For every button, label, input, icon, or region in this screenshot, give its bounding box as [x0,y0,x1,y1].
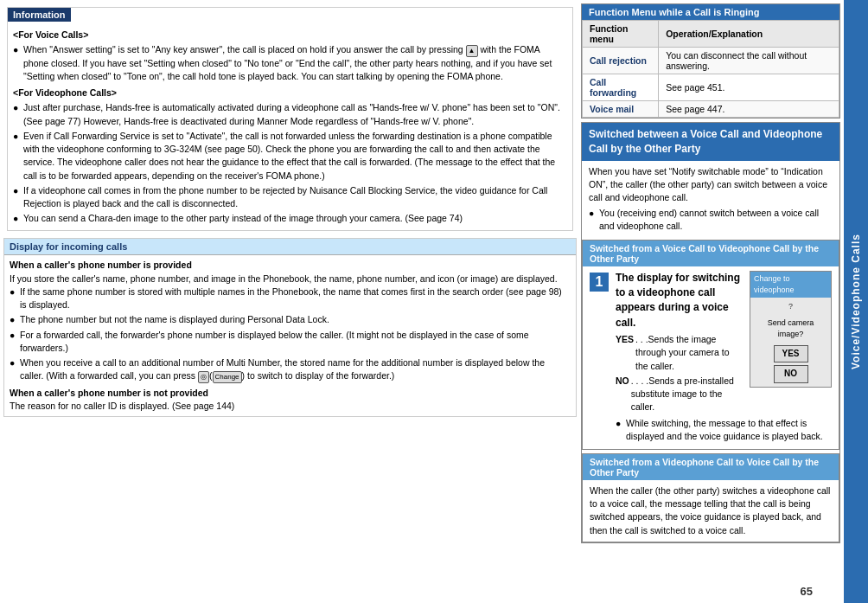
switched-header: Switched between a Voice Call and Videop… [582,123,839,161]
when-provided-text: If you store the caller's name, phone nu… [10,273,571,285]
sub-body-1: 1 Change to videophone ? Send camera ima… [583,266,839,449]
bullet-icon: ● [13,101,22,127]
table-row: Call rejection You can disconnect the ca… [583,48,839,74]
op-call-forwarding: See page 451. [659,74,839,101]
step-number: 1 [590,273,609,292]
menu-voice-mail: Voice mail [583,101,659,118]
step-content: Change to videophone ? Send camera image… [616,271,832,445]
key-icon: ◎ [198,371,209,383]
table-row: Call forwarding See page 451. [583,74,839,101]
display-header: Display for incoming calls [4,239,576,255]
bullet-icon: ● [13,184,22,210]
yes-desc: . . .Sends the image through your camera… [635,333,743,373]
change-icon: Change [213,371,242,383]
switched-body: When you have set “Notify switchable mod… [582,161,839,240]
step-container: 1 Change to videophone ? Send camera ima… [590,271,832,445]
voice-bullet-1: ● When "Answer setting" is set to "Any k… [13,43,567,83]
op-call-rejection: You can disconnect the call without answ… [659,48,839,74]
sidebar-label: Voice/Videophone Calls [844,0,868,603]
op-voice-mail: See page 447. [659,101,839,118]
display-body: When a caller's phone number is provided… [4,255,576,416]
footer: 65 [0,586,844,603]
information-section: Information <For Voice Calls> ● When "An… [7,7,573,231]
sub2-text: When the caller (the other party) switch… [590,484,832,537]
provided-bullet-1: ● If the same phone number is stored wit… [10,285,571,311]
bullet-icon: ● [10,329,18,355]
for-voice-calls-heading: <For Voice Calls> [13,29,567,42]
sub-header-2: Switched from a Videophone Call to Voice… [583,454,839,480]
when-provided-title: When a caller's phone number is provided [10,259,571,272]
bullet-icon: ● [10,356,18,383]
bullet-icon: ● [10,285,18,311]
videophone-bullet-1: ● Just after purchase, Hands-free is aut… [13,101,567,127]
function-table: Function menu Operation/Explanation Call… [582,20,839,118]
provided-bullet-3: ● For a forwarded call, the forwarder's … [10,329,571,355]
menu-call-rejection: Call rejection [583,48,659,74]
table-row: Voice mail See page 447. [583,101,839,118]
provided-bullet-4: ● When you receive a call to an addition… [10,356,571,383]
key-icon: ▲ [466,45,478,57]
for-videophone-calls-heading: <For Videophone Calls> [13,87,567,99]
bullet-icon: ● [616,417,624,443]
sub-section-2: Switched from a Videophone Call to Voice… [582,453,839,542]
main-content: Information <For Voice Calls> ● When "An… [0,0,844,603]
no-button[interactable]: NO [774,365,808,383]
yes-button[interactable]: YES [774,345,808,363]
yes-item: YES . . .Sends the image through your ca… [616,333,743,373]
yes-no-dialog: Change to videophone ? Send camera image… [750,271,832,388]
when-not-provided-text: The reason for no caller ID is displayed… [10,400,571,413]
info-header: Information [8,8,71,22]
no-item: NO . . . .Sends a pre-installed substitu… [616,375,743,414]
info-body: <For Voice Calls> ● When "Answer setting… [8,22,572,230]
info-header-label: Information [13,10,66,20]
dialog-title: Change to videophone [750,272,831,298]
voice-bullet-3: ● If a videophone call comes in from the… [13,184,567,210]
dialog-question: ? [754,301,827,312]
menu-call-forwarding: Call forwarding [583,74,659,101]
sub-section-1: Switched from a Voice Call to Videophone… [582,240,839,450]
left-column: Information <For Voice Calls> ● When "An… [3,3,577,584]
bullet-icon: ● [13,43,22,83]
bullet-icon: ● [13,130,22,183]
dialog-send: Send camera image? [754,318,827,340]
function-menu-header: Function Menu while a Call is Ringing [582,4,839,20]
display-section: Display for incoming calls When a caller… [3,238,577,417]
bullet-icon: ● [13,212,22,225]
when-not-provided-title: When a caller's phone number is not prov… [10,387,571,400]
sub-header-1: Switched from a Voice Call to Videophone… [583,241,839,266]
voice-bullet-4: ● You can send a Chara-den image to the … [13,212,567,225]
voice-bullet-2: ● Even if Call Forwarding Service is set… [13,130,567,183]
no-desc: . . . .Sends a pre-installed substitute … [631,375,743,414]
no-label: NO [616,375,629,414]
switched-section: Switched between a Voice Call and Videop… [581,122,840,543]
page-number: 65 [801,585,813,598]
yes-label: YES [616,333,634,373]
bullet-icon: ● [10,313,18,326]
col-function-menu: Function menu [583,21,659,48]
col-operation: Operation/Explanation [659,21,839,48]
dialog-buttons: YES NO [754,345,827,383]
sub-body-2: When the caller (the other party) switch… [583,480,839,542]
bullet-icon: ● [589,207,597,233]
right-column: Function Menu while a Call is Ringing Fu… [581,3,840,584]
function-menu-section: Function Menu while a Call is Ringing Fu… [581,3,840,119]
switched-bullet: ● You (receiving end) cannot switch betw… [589,207,833,233]
provided-bullet-2: ● The phone number but not the name is d… [10,313,571,326]
sub1-bullet: ● While switching, the message to that e… [616,417,832,443]
switched-intro: When you have set “Notify switchable mod… [589,165,833,205]
